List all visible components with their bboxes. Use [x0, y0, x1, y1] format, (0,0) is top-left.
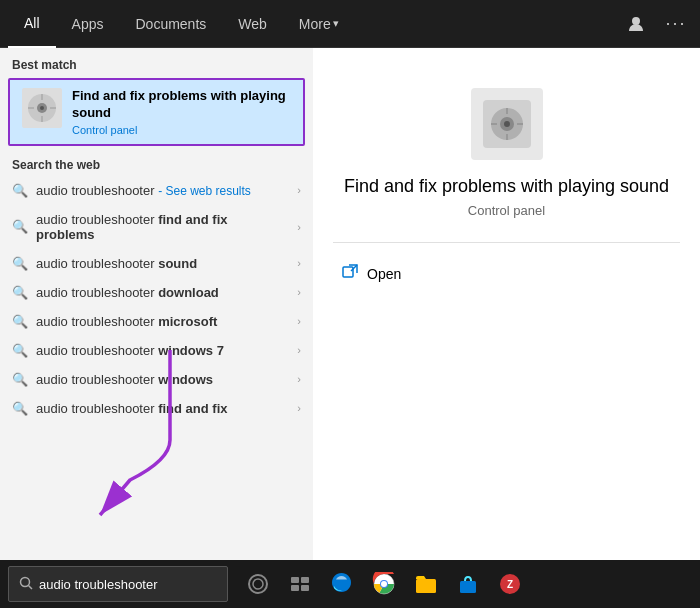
tab-documents[interactable]: Documents — [119, 0, 222, 48]
search-icon-2: 🔍 — [12, 256, 28, 271]
search-text-2: audio troubleshooter sound — [36, 256, 289, 271]
tab-web[interactable]: Web — [222, 0, 283, 48]
taskbar-icons: Z — [240, 566, 528, 602]
right-panel: Find and fix problems with playing sound… — [313, 48, 700, 560]
search-icon-7: 🔍 — [12, 401, 28, 416]
left-panel: Best match Find and fix problems with pl… — [0, 48, 313, 560]
right-panel-icon — [471, 88, 543, 160]
store-icon[interactable] — [450, 566, 486, 602]
search-item-6[interactable]: 🔍 audio troubleshooter windows › — [0, 365, 313, 394]
arrow-icon-5: › — [297, 344, 301, 356]
search-text-1: audio troubleshooter find and fixproblem… — [36, 212, 289, 242]
search-item-2[interactable]: 🔍 audio troubleshooter sound › — [0, 249, 313, 278]
search-icon-1: 🔍 — [12, 219, 28, 234]
open-label: Open — [367, 266, 401, 282]
taskbar-search-box[interactable]: audio troubleshooter — [8, 566, 228, 602]
search-item-0[interactable]: 🔍 audio troubleshooter - See web results… — [0, 176, 313, 205]
svg-rect-32 — [460, 581, 476, 593]
right-panel-subtitle: Control panel — [468, 203, 545, 218]
more-options-button[interactable]: ··· — [660, 8, 692, 40]
svg-point-3 — [40, 106, 44, 110]
svg-point-30 — [381, 581, 387, 587]
search-icon-4: 🔍 — [12, 314, 28, 329]
explorer-icon[interactable] — [408, 566, 444, 602]
svg-point-0 — [632, 17, 640, 25]
search-text-0: audio troubleshooter - See web results — [36, 183, 289, 198]
search-item-1[interactable]: 🔍 audio troubleshooter find and fixprobl… — [0, 205, 313, 249]
cortana-icon[interactable] — [240, 566, 276, 602]
arrow-icon-0: › — [297, 184, 301, 196]
person-button[interactable] — [620, 8, 652, 40]
search-text-7: audio troubleshooter find and fix — [36, 401, 289, 416]
open-button[interactable]: Open — [333, 259, 409, 289]
arrow-icon-7: › — [297, 402, 301, 414]
search-text-3: audio troubleshooter download — [36, 285, 289, 300]
search-icon-6: 🔍 — [12, 372, 28, 387]
best-match-title: Find and fix problems with playing sound — [72, 88, 291, 122]
taskbar-search-icon — [19, 576, 33, 593]
right-panel-divider — [333, 242, 680, 243]
right-panel-title: Find and fix problems with playing sound — [344, 176, 669, 197]
svg-rect-25 — [291, 585, 299, 591]
arrow-icon-6: › — [297, 373, 301, 385]
svg-line-20 — [29, 585, 33, 589]
web-section-label: Search the web — [0, 150, 313, 176]
search-item-3[interactable]: 🔍 audio troubleshooter download › — [0, 278, 313, 307]
search-text-6: audio troubleshooter windows — [36, 372, 289, 387]
svg-line-17 — [351, 265, 357, 271]
tab-apps[interactable]: Apps — [56, 0, 120, 48]
arrow-icon-2: › — [297, 257, 301, 269]
svg-point-22 — [253, 579, 263, 589]
svg-point-21 — [249, 575, 267, 593]
svg-text:Z: Z — [507, 579, 513, 590]
open-icon — [341, 263, 359, 285]
main-content: Best match Find and fix problems with pl… — [0, 48, 700, 560]
edge-icon[interactable] — [324, 566, 360, 602]
tab-more[interactable]: More ▾ — [283, 0, 355, 48]
taskbar-search-text: audio troubleshooter — [39, 577, 158, 592]
nav-tabs: All Apps Documents Web More ▾ — [8, 0, 620, 48]
svg-rect-24 — [301, 577, 309, 583]
svg-rect-26 — [301, 585, 309, 591]
search-text-4: audio troubleshooter microsoft — [36, 314, 289, 329]
svg-rect-23 — [291, 577, 299, 583]
search-item-5[interactable]: 🔍 audio troubleshooter windows 7 › — [0, 336, 313, 365]
svg-point-11 — [504, 121, 510, 127]
arrow-icon-3: › — [297, 286, 301, 298]
search-icon-0: 🔍 — [12, 183, 28, 198]
svg-rect-31 — [416, 579, 436, 593]
best-match-item[interactable]: Find and fix problems with playing sound… — [8, 78, 305, 146]
search-item-7[interactable]: 🔍 audio troubleshooter find and fix › — [0, 394, 313, 423]
svg-point-19 — [21, 577, 30, 586]
best-match-text: Find and fix problems with playing sound… — [72, 88, 291, 136]
best-match-subtitle: Control panel — [72, 124, 291, 136]
chevron-down-icon: ▾ — [333, 17, 339, 30]
nav-icons: ··· — [620, 8, 692, 40]
svg-rect-16 — [343, 267, 353, 277]
chrome-icon[interactable] — [366, 566, 402, 602]
search-icon-3: 🔍 — [12, 285, 28, 300]
top-nav: All Apps Documents Web More ▾ ··· — [0, 0, 700, 48]
task-view-icon[interactable] — [282, 566, 318, 602]
arrow-icon-4: › — [297, 315, 301, 327]
best-match-label: Best match — [0, 48, 313, 78]
taskbar: audio troubleshooter — [0, 560, 700, 608]
best-match-icon — [22, 88, 62, 128]
tab-all[interactable]: All — [8, 0, 56, 48]
arrow-icon-1: › — [297, 221, 301, 233]
search-text-5: audio troubleshooter windows 7 — [36, 343, 289, 358]
search-icon-5: 🔍 — [12, 343, 28, 358]
app-icon[interactable]: Z — [492, 566, 528, 602]
search-item-4[interactable]: 🔍 audio troubleshooter microsoft › — [0, 307, 313, 336]
